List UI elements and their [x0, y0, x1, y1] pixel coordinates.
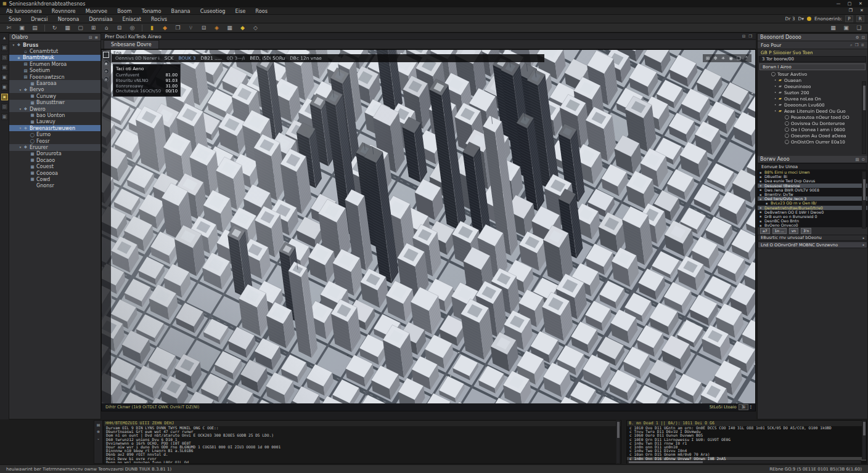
toolbar-button[interactable]: ▦	[62, 24, 73, 32]
panel-header-icon[interactable]: ⊙	[862, 157, 865, 162]
layer-visibility-checkbox[interactable]: ▪	[760, 206, 764, 209]
stepper-down-icon[interactable]: ▾	[750, 407, 751, 410]
perspective-p-button[interactable]: P	[845, 15, 853, 22]
console-clear-icon[interactable]: ⊗	[97, 429, 100, 434]
toolbar-button[interactable]: ❏	[854, 24, 864, 32]
toolbar-button[interactable]: ◇	[250, 24, 261, 32]
tree-item[interactable]: ▦ Coeoooa	[9, 170, 100, 176]
layer-visibility-checkbox[interactable]: ▪	[760, 188, 764, 192]
inspector-item[interactable]: ◯ Ooeuron Au Ooed aOeea	[758, 132, 867, 139]
viewport-tool-button[interactable]: ◉	[104, 60, 109, 66]
tree-item[interactable]: ▦ Eaaroaa	[9, 80, 100, 86]
view-window-icon[interactable]: ⊟	[742, 34, 745, 39]
rail-panel-button[interactable]: ▣	[1, 94, 8, 100]
mdi-close-button[interactable]: ✕	[857, 7, 867, 14]
layer-dropdown-2[interactable]: 3'n	[801, 228, 811, 234]
panel-header-icon[interactable]: ⊡	[862, 35, 865, 40]
menu-item[interactable]: Banana	[166, 7, 195, 15]
inspector-item[interactable]: • ▰ Suzton 200	[758, 89, 867, 95]
tree-item[interactable]: ▤ Soetium	[9, 68, 100, 74]
menu-item[interactable]: Eise	[231, 7, 251, 15]
toolbar-button[interactable]: ▮	[147, 24, 157, 32]
layer-visibility-checkbox[interactable]: ▪	[760, 219, 764, 223]
tree-item[interactable]: Gnonsr	[9, 183, 100, 189]
menu-item[interactable]: Muorvoe	[81, 7, 113, 15]
console-left-scrollbar[interactable]	[616, 420, 620, 464]
layer-visibility-checkbox[interactable]: ▪	[760, 193, 764, 196]
layer-row[interactable]: ▪ DBuettw: Bi ◦	[758, 174, 867, 179]
inspector-item[interactable]: • ▰ Doeoonun Lvu600	[758, 102, 867, 108]
expander-icon[interactable]: ▾	[18, 145, 23, 149]
toolbar-button[interactable]: ✄	[4, 24, 14, 32]
toolbar-button[interactable]: ◎	[127, 24, 137, 32]
viewport-subtab[interactable]: Snbesane Dovre	[104, 40, 159, 49]
tree-item[interactable]: ◯ Feosr	[9, 138, 100, 144]
toolbar-button[interactable]: ▣	[841, 24, 851, 32]
rail-panel-button[interactable]: ▧	[1, 44, 8, 51]
layers-scrollbar[interactable]	[862, 171, 866, 228]
minimize-button[interactable]: —	[833, 1, 843, 7]
menu-item[interactable]: Roos	[250, 7, 272, 15]
inspector-tab-icon[interactable]: ⌕	[850, 42, 853, 47]
layer-row[interactable]: ▪ Bnwntrv: DvTw ◦	[758, 192, 867, 196]
expander-icon[interactable]: ▾	[18, 126, 23, 130]
rail-panel-button[interactable]: ◳	[1, 54, 8, 61]
inspector-item[interactable]: • ▰ Aeae Litenuin Deed Ou Guo	[758, 108, 867, 114]
viewport-tool-button[interactable]	[103, 52, 109, 58]
toolbar-button[interactable]: ⊞	[88, 24, 99, 32]
panel-header-icon[interactable]: ⊟	[89, 35, 92, 40]
tree-item[interactable]: ▦ Bunusttnwr	[9, 100, 100, 106]
tree-item[interactable]: ▤ Foeenawtzscn	[9, 74, 100, 80]
toolbar-button[interactable]: ▦	[224, 24, 235, 32]
tree-item[interactable]: ▦ Cowd	[9, 176, 100, 182]
toolbar-button[interactable]: ▣	[17, 24, 27, 32]
layer-visibility-checkbox[interactable]: ▪	[760, 179, 764, 183]
layer-visibility-checkbox[interactable]: ▪	[760, 197, 764, 201]
layer-row[interactable]: ▪ Dws /wna BWR OVILTV 90E8 ◦	[758, 188, 867, 192]
inspector-item[interactable]: • ▰ Ouaean	[758, 77, 867, 83]
inspector-scroll-thumb[interactable]	[863, 86, 866, 110]
layer-row[interactable]: ▪ DeBvwtrwn OO E bWr I Dwoe0 ◦	[758, 210, 867, 214]
tree-item[interactable]: ▾ ❖ Bruss	[9, 42, 100, 48]
layer-visibility-checkbox[interactable]: ▪	[760, 171, 764, 174]
toolbar-button[interactable]: ▦	[828, 24, 838, 32]
toolbar-button[interactable]: ▢	[75, 24, 86, 32]
layer-visibility-checkbox[interactable]: ▪	[760, 184, 764, 187]
inspector-item[interactable]: ◯ Tosur Aavtivo	[758, 71, 867, 77]
layer-row[interactable]: ▪ Desusoei tBwsnoe ◦	[758, 184, 867, 188]
inspector-rule-title[interactable]: GB P Siiiooier Svo Toen	[758, 49, 867, 56]
toolbar-button[interactable]: ⊟	[199, 24, 209, 32]
view-option-icon[interactable]: ❏	[737, 55, 741, 61]
menu-item[interactable]: Rovnnore	[47, 7, 81, 15]
console-scroll-icon[interactable]: ⌄	[97, 436, 100, 440]
layer-visibility-checkbox[interactable]: ▪	[760, 214, 764, 218]
expander-icon[interactable]: ▾	[18, 88, 23, 92]
console-right-scroll-thumb[interactable]	[863, 422, 866, 435]
viewport-tool-button[interactable]: ⊕	[104, 76, 109, 82]
tree-item[interactable]: ▦ Couest	[9, 163, 100, 169]
rail-panel-button[interactable]: ▤	[1, 64, 8, 71]
layer-row[interactable]: ▪ BvLv23 OD rn v Oen IB/ ◦	[758, 201, 867, 205]
view-option-icon[interactable]: ⊞	[706, 55, 710, 61]
layer-row[interactable]: ▪ DrB eurn eo n Bvnureieid 0 ◦	[758, 214, 867, 219]
inspector-tab-icon[interactable]: ≡	[861, 42, 864, 47]
console-right-hscrollbar[interactable]	[627, 460, 861, 464]
layer-visibility-checkbox[interactable]: ▪	[760, 175, 764, 179]
tree-item[interactable]: ▾ ◈ Brwenasrtuwuwen	[9, 125, 100, 131]
layers-scroll-thumb[interactable]	[863, 179, 866, 200]
inspector-scope-row[interactable]: 3 Tor boorw/00	[759, 56, 866, 62]
layer-field-1[interactable]: a7	[760, 228, 770, 234]
tree-item[interactable]: ▦ Lauwuy	[9, 119, 100, 125]
dropdown-button[interactable]: D▾	[798, 16, 804, 22]
console-right-scrollbar[interactable]	[862, 420, 866, 459]
toolbar-button[interactable]: ◈	[211, 24, 222, 32]
panel-header-icon[interactable]: ▤	[855, 157, 859, 162]
zoom-stepper[interactable]: ▴▾	[750, 405, 751, 410]
console-list-icon[interactable]: ▤	[97, 422, 100, 427]
tree-item[interactable]: ▦ Doruurota	[9, 151, 100, 157]
toolbar-button[interactable]	[142, 25, 142, 31]
menu-item[interactable]: Drwcsi	[26, 15, 52, 23]
layer-dropdown-1[interactable]: vn	[789, 228, 798, 234]
menu-item[interactable]: Rocivs	[146, 15, 172, 23]
menu-item[interactable]: Boom	[112, 7, 137, 15]
